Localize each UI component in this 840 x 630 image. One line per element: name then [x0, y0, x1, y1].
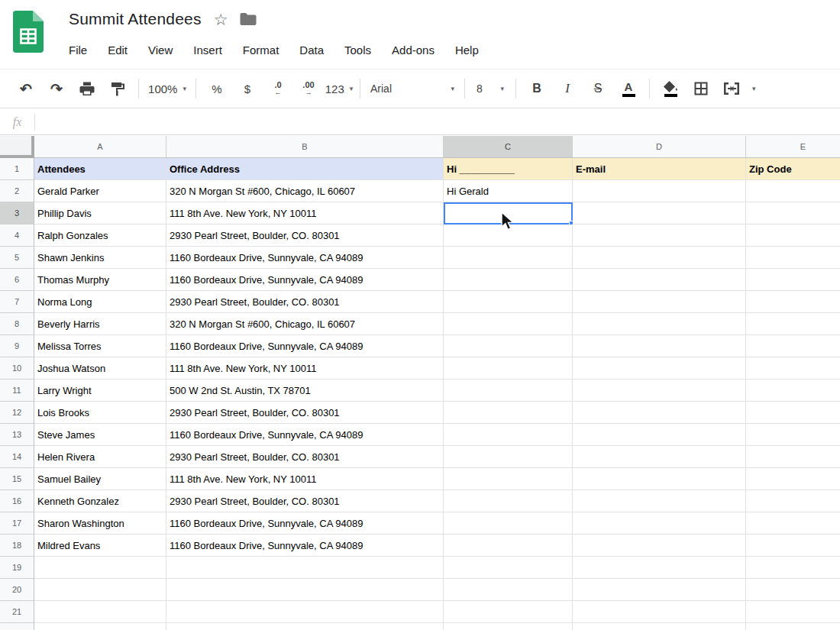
- cell-E10[interactable]: [746, 357, 840, 380]
- cell-C11[interactable]: [444, 380, 573, 402]
- print-button[interactable]: [72, 75, 102, 102]
- star-icon[interactable]: ☆: [214, 11, 228, 27]
- cell-E19[interactable]: [746, 557, 840, 579]
- strikethrough-button[interactable]: S: [583, 75, 613, 102]
- column-header-E[interactable]: E: [746, 136, 840, 158]
- cell-C9[interactable]: [444, 335, 573, 357]
- row-header-3[interactable]: 3: [0, 202, 34, 225]
- fill-handle[interactable]: [569, 221, 573, 225]
- cell-E13[interactable]: [746, 424, 840, 446]
- cell-E5[interactable]: [746, 247, 840, 269]
- cell-C8[interactable]: [444, 313, 573, 335]
- row-header-10[interactable]: 10: [0, 357, 34, 380]
- formula-input[interactable]: [35, 109, 840, 134]
- paint-format-button[interactable]: [102, 75, 133, 102]
- cell-E15[interactable]: [746, 468, 840, 490]
- row-header-4[interactable]: 4: [0, 225, 34, 247]
- cell-D16[interactable]: [573, 490, 746, 512]
- cell-E20[interactable]: [746, 579, 840, 601]
- cell-B14[interactable]: 2930 Pearl Street, Boulder, CO. 80301: [166, 446, 444, 468]
- increase-decimal-button[interactable]: .00 →: [293, 75, 324, 102]
- row-header-17[interactable]: 17: [0, 512, 34, 535]
- cell-B9[interactable]: 1160 Bordeaux Drive, Sunnyvale, CA 94089: [166, 335, 444, 357]
- decrease-decimal-button[interactable]: .0 ←: [263, 75, 293, 102]
- undo-button[interactable]: ↶: [11, 75, 41, 102]
- cell-D10[interactable]: [573, 357, 746, 380]
- cell-E22[interactable]: [746, 623, 840, 630]
- cell-B16[interactable]: 2930 Pearl Street, Boulder, CO. 80301: [166, 490, 444, 512]
- cell-A12[interactable]: Lois Brooks: [34, 402, 166, 424]
- menu-item-addons[interactable]: Add-ons: [392, 44, 435, 57]
- row-header-5[interactable]: 5: [0, 247, 34, 269]
- document-title[interactable]: Summit Attendees: [69, 10, 202, 28]
- format-percent-button[interactable]: %: [202, 75, 232, 102]
- format-currency-button[interactable]: $: [232, 75, 263, 102]
- cell-B4[interactable]: 2930 Pearl Street, Boulder, CO. 80301: [166, 225, 444, 247]
- menu-item-file[interactable]: File: [69, 44, 87, 57]
- borders-button[interactable]: [686, 75, 716, 102]
- cell-D4[interactable]: [573, 225, 746, 247]
- cell-B3[interactable]: 111 8th Ave. New York, NY 10011: [166, 202, 444, 225]
- row-header-21[interactable]: 21: [0, 601, 34, 623]
- cell-E18[interactable]: [746, 535, 840, 557]
- cell-E9[interactable]: [746, 335, 840, 357]
- row-header-22[interactable]: 22: [0, 623, 34, 630]
- cell-B11[interactable]: 500 W 2nd St. Austin, TX 78701: [166, 380, 444, 402]
- cell-A7[interactable]: Norma Long: [34, 291, 166, 313]
- cell-D13[interactable]: [573, 424, 746, 446]
- cell-C17[interactable]: [444, 512, 573, 535]
- column-header-C[interactable]: C: [444, 136, 573, 158]
- cell-A11[interactable]: Larry Wright: [34, 380, 166, 402]
- select-all-corner[interactable]: [0, 136, 34, 158]
- cell-B15[interactable]: 111 8th Ave. New York, NY 10011: [166, 468, 444, 490]
- cell-C5[interactable]: [444, 247, 573, 269]
- cell-E12[interactable]: [746, 402, 840, 424]
- row-header-18[interactable]: 18: [0, 535, 34, 557]
- cell-D20[interactable]: [573, 579, 746, 601]
- row-header-1[interactable]: 1: [0, 158, 34, 180]
- cell-C14[interactable]: [444, 446, 573, 468]
- cell-A2[interactable]: Gerald Parker: [34, 180, 166, 202]
- cell-B20[interactable]: [166, 579, 444, 601]
- cell-B22[interactable]: [166, 623, 444, 630]
- cell-D18[interactable]: [573, 535, 746, 557]
- cell-C3[interactable]: [444, 202, 573, 225]
- cell-D17[interactable]: [573, 512, 746, 535]
- cell-A4[interactable]: Ralph Gonzales: [34, 225, 166, 247]
- italic-button[interactable]: I: [552, 75, 583, 102]
- cell-A1[interactable]: Attendees: [34, 158, 166, 180]
- cell-B5[interactable]: 1160 Bordeaux Drive, Sunnyvale, CA 94089: [166, 247, 444, 269]
- cell-D15[interactable]: [573, 468, 746, 490]
- cell-B1[interactable]: Office Address: [166, 158, 444, 180]
- cell-A19[interactable]: [34, 557, 166, 579]
- cell-B18[interactable]: 1160 Bordeaux Drive, Sunnyvale, CA 94089: [166, 535, 444, 557]
- cell-D14[interactable]: [573, 446, 746, 468]
- cell-B2[interactable]: 320 N Morgan St #600, Chicago, IL 60607: [166, 180, 444, 202]
- move-to-folder-icon[interactable]: [239, 12, 257, 26]
- cell-E7[interactable]: [746, 291, 840, 313]
- cell-A14[interactable]: Helen Rivera: [34, 446, 166, 468]
- cell-E16[interactable]: [746, 490, 840, 512]
- column-header-D[interactable]: D: [573, 136, 746, 158]
- cell-A13[interactable]: Steve James: [34, 424, 166, 446]
- cell-B12[interactable]: 2930 Pearl Street, Boulder, CO. 80301: [166, 402, 444, 424]
- menu-item-data[interactable]: Data: [299, 44, 324, 57]
- menu-item-format[interactable]: Format: [243, 44, 279, 57]
- chevron-down-icon[interactable]: ▾: [752, 85, 756, 92]
- menu-item-tools[interactable]: Tools: [344, 44, 371, 57]
- bold-button[interactable]: B: [522, 75, 552, 102]
- cell-E21[interactable]: [746, 601, 840, 623]
- cell-D7[interactable]: [573, 291, 746, 313]
- row-header-7[interactable]: 7: [0, 291, 34, 313]
- merge-cells-button[interactable]: [716, 75, 747, 102]
- cell-E3[interactable]: [746, 202, 840, 225]
- cell-C13[interactable]: [444, 424, 573, 446]
- row-header-20[interactable]: 20: [0, 579, 34, 601]
- cell-B8[interactable]: 320 N Morgan St #600, Chicago, IL 60607: [166, 313, 444, 335]
- row-header-16[interactable]: 16: [0, 490, 34, 512]
- menu-item-help[interactable]: Help: [455, 44, 479, 57]
- row-header-15[interactable]: 15: [0, 468, 34, 490]
- cell-D3[interactable]: [573, 202, 746, 225]
- cell-C20[interactable]: [444, 579, 573, 601]
- cell-D1[interactable]: E-mail: [573, 158, 746, 180]
